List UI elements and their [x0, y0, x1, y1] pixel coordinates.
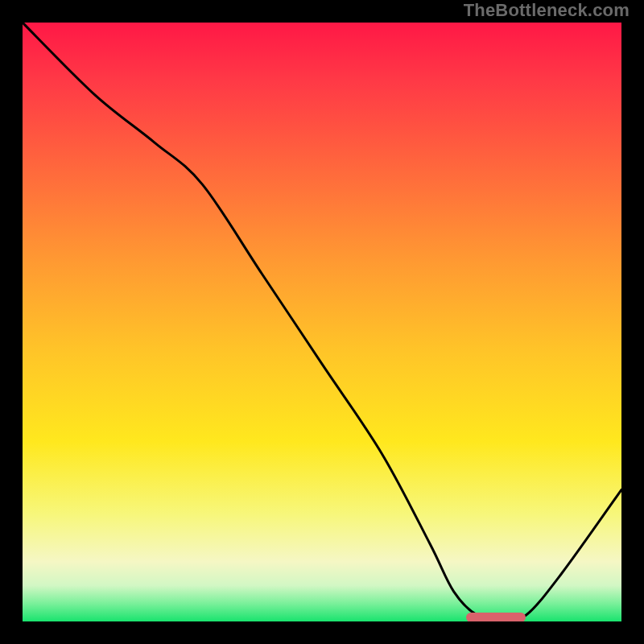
- watermark-text: TheBottleneck.com: [464, 0, 630, 21]
- optimal-marker: [466, 613, 526, 621]
- chart-frame: TheBottleneck.com: [0, 0, 644, 644]
- bottleneck-curve: [23, 23, 621, 621]
- plot-area: [23, 23, 621, 621]
